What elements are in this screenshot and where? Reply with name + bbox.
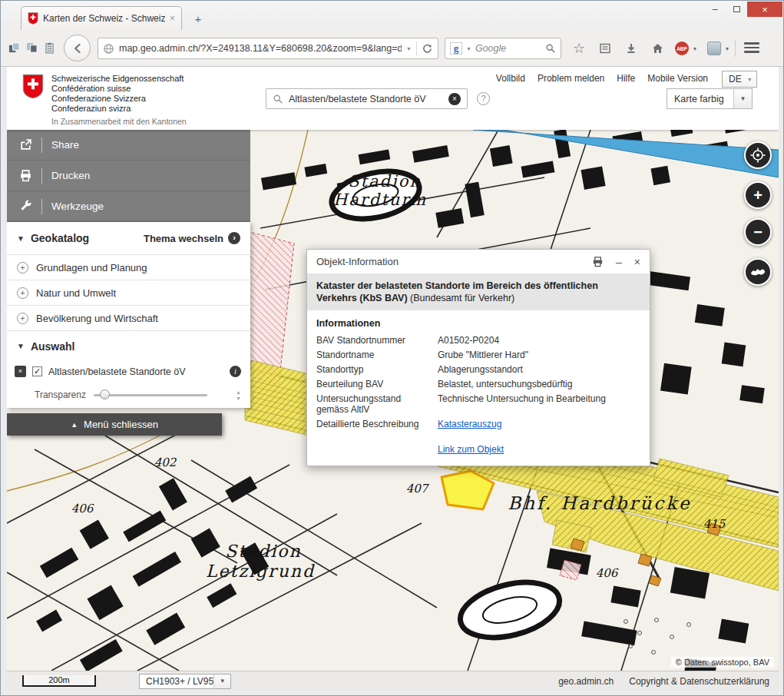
- geolocate-button[interactable]: [744, 141, 772, 169]
- link-vollbild[interactable]: Vollbild: [496, 73, 525, 84]
- print-label: Drucken: [51, 170, 90, 181]
- search-placeholder[interactable]: Google: [475, 43, 541, 54]
- back-arrow-icon: [71, 42, 84, 55]
- projection-select[interactable]: CH1903+ / LV95 ▼: [139, 674, 231, 689]
- layer-reorder-buttons[interactable]: ▲ ▼: [236, 389, 241, 401]
- scale-bar: 200m: [22, 675, 96, 687]
- adblock-dropdown-icon[interactable]: ▼: [690, 40, 700, 57]
- layer-info-icon[interactable]: i: [230, 366, 241, 377]
- back-button[interactable]: [64, 35, 91, 61]
- search-magnifier-icon[interactable]: [545, 43, 556, 54]
- close-menu-label: Menü schliessen: [84, 419, 158, 430]
- window-minimize-button[interactable]: –: [704, 2, 726, 17]
- info-label: Untersuchungsstand gemäss AltlV: [316, 393, 433, 415]
- search-bar[interactable]: g ▼ Google: [445, 38, 561, 59]
- abp-badge: ABP: [675, 41, 689, 55]
- reorder-down-icon[interactable]: ▼: [236, 396, 241, 401]
- zoom-in-button[interactable]: +: [744, 181, 772, 209]
- tab-close-icon[interactable]: ×: [170, 13, 175, 24]
- map-attribution: © Daten: swisstopo, BAV: [671, 657, 774, 668]
- logo-line-it: Confederazione Svizzera: [51, 94, 184, 104]
- zoom-out-button[interactable]: −: [744, 218, 772, 246]
- ext-toolbar-icon-2[interactable]: [26, 42, 38, 54]
- urlbar-dropdown-icon[interactable]: ▼: [406, 46, 412, 51]
- map-label-stadion-hardturm-2: Hardturm: [333, 191, 427, 209]
- catalog-item-bevoelkerung[interactable]: + Bevölkerung und Wirtschaft: [7, 305, 250, 330]
- extension-button[interactable]: [706, 40, 723, 57]
- popup-header[interactable]: Objekt-Information – ×: [307, 250, 650, 273]
- home-icon[interactable]: [649, 40, 666, 57]
- katasterauszug-link[interactable]: Katasterauszug: [438, 419, 501, 429]
- slider-thumb[interactable]: [100, 389, 110, 399]
- swiss-coat-of-arms: [22, 74, 44, 99]
- popup-minimize-button[interactable]: –: [616, 256, 622, 268]
- copyright-link[interactable]: Copyright & Datenschutzerklärung: [629, 676, 769, 687]
- map-style-select[interactable]: Karte farbig ▼: [667, 88, 753, 109]
- menu-divider: [41, 199, 42, 214]
- switzerland-extent-button[interactable]: [744, 258, 772, 286]
- object-link[interactable]: Link zum Objekt: [438, 444, 504, 455]
- urlbar-divider: [416, 41, 417, 55]
- popup-source-block: Kataster der belasteten Standorte im Ber…: [307, 273, 650, 310]
- link-problem-melden[interactable]: Problem melden: [538, 73, 604, 84]
- catalog-item-natur[interactable]: + Natur und Umwelt: [7, 280, 250, 305]
- url-text[interactable]: map.geo.admin.ch/?X=249138.11&Y=680698.2…: [119, 43, 402, 54]
- bookmarks-menu-icon[interactable]: [597, 40, 614, 57]
- map-search-field[interactable]: Altlasten/belastete Standorte öV ×: [266, 88, 468, 109]
- selection-header[interactable]: ▼ Auswahl: [7, 330, 250, 361]
- globe-icon: [103, 43, 114, 55]
- downloads-icon[interactable]: [623, 40, 640, 57]
- reload-icon[interactable]: [422, 43, 433, 55]
- reorder-up-icon[interactable]: ▲: [236, 389, 241, 395]
- catalog-item-grundlagen[interactable]: + Grundlagen und Planung: [7, 254, 250, 280]
- footer-bar: 200m CH1903+ / LV95 ▼ geo.admin.ch Copyr…: [7, 671, 779, 691]
- close-menu-button[interactable]: ▲ Menü schliessen: [7, 413, 222, 436]
- engine-dropdown-icon[interactable]: ▼: [466, 46, 471, 51]
- link-hilfe[interactable]: Hilfe: [617, 73, 635, 84]
- change-theme-link[interactable]: Thema wechseln ›: [144, 232, 240, 244]
- window-maximize-button[interactable]: [726, 2, 747, 17]
- popup-print-button[interactable]: [592, 256, 604, 267]
- new-tab-button[interactable]: +: [188, 10, 208, 27]
- map-label-402: 402: [154, 456, 177, 469]
- map-label-stadion-hardturm-1: Stadion: [348, 172, 422, 191]
- search-clear-icon[interactable]: ×: [448, 93, 461, 105]
- info-value: Link zum Objekt: [438, 444, 640, 455]
- language-select[interactable]: DE ▼: [722, 71, 757, 88]
- swiss-shield-favicon: [28, 12, 38, 25]
- share-label: Share: [51, 139, 79, 151]
- page-viewport: Stadion Hardturm Bhf. Hardbrücke Stadion…: [7, 67, 779, 691]
- geocatalog-header[interactable]: ▼ Geokatalog Thema wechseln ›: [7, 222, 250, 254]
- menu-divider: [41, 138, 42, 153]
- cooperation-note: In Zusammenarbeit mit den Kantonen: [51, 117, 187, 126]
- window-controls: – ×: [704, 2, 782, 17]
- window-close-button[interactable]: ×: [747, 2, 782, 17]
- map-search-value[interactable]: Altlasten/belastete Standorte öV: [289, 94, 443, 104]
- browser-tab[interactable]: Karten der Schweiz - Schweize... ×: [21, 6, 182, 30]
- adblock-icon[interactable]: ABP: [673, 40, 690, 57]
- menu-hamburger-icon[interactable]: [744, 42, 759, 53]
- ext-toolbar-icon-3[interactable]: [44, 42, 55, 54]
- ext-toolbar-icon-1[interactable]: [8, 42, 20, 54]
- tools-button[interactable]: Werkzeuge: [7, 191, 250, 222]
- object-info-popup: Objekt-Information – × Kataster der bela…: [306, 249, 650, 466]
- layer-checkbox[interactable]: ✓: [32, 366, 42, 376]
- search-help-icon[interactable]: ?: [477, 92, 490, 105]
- extension-dropdown-icon[interactable]: ▼: [723, 40, 732, 57]
- layer-label: Altlasten/belastete Standorte öV: [48, 366, 223, 377]
- link-mobile-version[interactable]: Mobile Version: [647, 73, 708, 84]
- transparency-slider[interactable]: [94, 389, 207, 400]
- slider-track: [94, 394, 207, 396]
- bookmark-star-icon[interactable]: ☆: [571, 40, 587, 57]
- geolocate-icon: [750, 147, 766, 163]
- selection-title: Auswahl: [31, 340, 240, 353]
- google-engine-icon[interactable]: g: [450, 42, 462, 55]
- printer-icon: [19, 169, 32, 182]
- print-button[interactable]: Drucken: [7, 161, 250, 191]
- map-search-magnifier-icon: [273, 94, 283, 104]
- share-button[interactable]: Share: [7, 130, 250, 161]
- geoadmin-link[interactable]: geo.admin.ch: [558, 676, 614, 687]
- popup-close-button[interactable]: ×: [634, 256, 640, 268]
- url-bar[interactable]: map.geo.admin.ch/?X=249138.11&Y=680698.2…: [98, 38, 438, 59]
- layer-remove-button[interactable]: ×: [15, 366, 26, 377]
